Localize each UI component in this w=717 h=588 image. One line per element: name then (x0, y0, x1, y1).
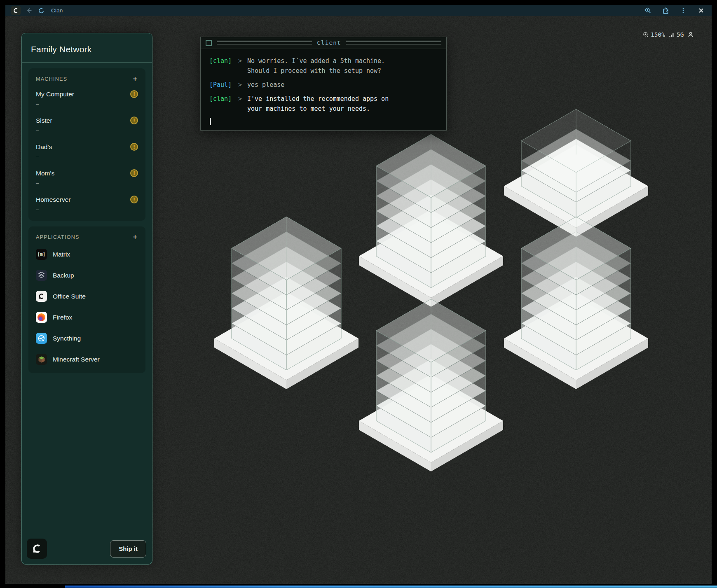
reload-icon (38, 7, 45, 14)
zoom-level-icon (643, 32, 649, 38)
machine-item[interactable]: Mom's ! – (35, 165, 139, 191)
back-arrow-icon (26, 7, 33, 14)
application-name: Backup (53, 272, 74, 279)
network-value: 5G (677, 31, 684, 38)
browser-toolbar: Clan (5, 5, 712, 16)
terminal-titlebar[interactable]: Client (201, 37, 446, 49)
application-item[interactable]: [m] Matrix (35, 244, 139, 265)
terminal-window-icon (206, 40, 212, 46)
machine-name: Mom's (36, 170, 54, 177)
client-terminal-window: Client [clan] > No worries. I`ve added a… (200, 37, 447, 131)
close-icon (698, 7, 704, 14)
sidebar-title: Family Network (31, 44, 143, 54)
message-sender: [clan] (209, 94, 233, 114)
machine-name: Sister (36, 117, 52, 124)
network-indicator: 5G (669, 31, 684, 38)
application-name: Firefox (53, 314, 72, 321)
application-item[interactable]: Firefox (35, 307, 139, 328)
message-arrow: > (233, 56, 247, 76)
zoom-indicator[interactable]: 150% (643, 31, 665, 38)
message-sender: [Paul] (209, 80, 233, 90)
clan-logo-button[interactable] (11, 6, 21, 15)
extensions-button[interactable] (661, 7, 670, 15)
application-icon (36, 312, 47, 323)
machine-name: Homeserver (36, 196, 70, 203)
machine-status: – (36, 154, 138, 160)
machine-item[interactable]: My Computer ! – (35, 86, 139, 112)
titlebar-lines-decoration (217, 40, 312, 46)
warning-badge: ! (130, 90, 138, 98)
machine-status: – (36, 180, 138, 186)
terminal-messages[interactable]: [clan] > No worries. I`ve added a 5th ma… (201, 49, 446, 125)
application-icon (36, 291, 47, 302)
terminal-title: Client (317, 40, 341, 46)
machine-status: – (36, 127, 138, 133)
add-application-button[interactable]: + (133, 234, 138, 240)
application-name: Office Suite (53, 293, 86, 300)
message-text: No worries. I`ve added a 5th machine. Sh… (247, 56, 385, 76)
warning-badge: ! (130, 117, 138, 124)
application-name: Syncthing (53, 335, 81, 342)
close-button[interactable] (697, 7, 705, 15)
machine-status: – (36, 101, 138, 107)
machine-name: Dad's (36, 143, 52, 151)
zoom-level-value: 150% (651, 31, 665, 38)
terminal-cursor (210, 118, 211, 125)
reload-button[interactable] (37, 7, 45, 15)
warning-badge: ! (130, 143, 138, 151)
menu-button[interactable] (679, 7, 687, 15)
signal-bars-icon (669, 32, 675, 37)
application-icon (36, 270, 47, 281)
ship-it-button[interactable]: Ship it (110, 540, 146, 558)
applications-panel: APPLICATIONS + [m] Matrix Backup Office … (28, 226, 145, 373)
application-name: Matrix (53, 251, 70, 258)
add-machine-button[interactable]: + (133, 76, 138, 82)
applications-header: APPLICATIONS (36, 234, 80, 240)
back-button[interactable] (25, 7, 33, 15)
clan-footer-logo (27, 539, 47, 559)
bottom-accent-line (65, 586, 717, 588)
zoom-button[interactable] (644, 7, 652, 15)
application-item[interactable]: Office Suite (35, 286, 139, 307)
message-sender: [clan] (209, 56, 233, 76)
application-item[interactable]: Backup (35, 265, 139, 286)
sidebar-divider (22, 62, 152, 63)
clan-logo-icon (13, 7, 19, 14)
machine-item[interactable]: Dad's ! – (35, 138, 139, 165)
clan-logo-icon (31, 543, 42, 554)
machine-item[interactable]: Homeserver ! – (35, 191, 139, 217)
application-icon (36, 333, 47, 344)
message-arrow: > (233, 80, 247, 90)
kebab-menu-icon (680, 7, 687, 14)
machines-panel: MACHINES + My Computer ! – Sister ! – (28, 68, 145, 221)
sidebar-footer: Ship it (22, 539, 152, 564)
tab-title: Clan (51, 7, 63, 14)
warning-badge: ! (130, 196, 138, 203)
family-network-sidebar: Family Network MACHINES + My Computer ! … (21, 33, 152, 565)
machine-status: – (36, 206, 138, 212)
application-item[interactable]: Syncthing (35, 328, 139, 349)
message-text: yes please (247, 80, 284, 90)
machines-header: MACHINES (36, 76, 67, 82)
user-icon (687, 31, 694, 38)
status-indicators: 150% 5G (643, 31, 694, 38)
machine-item[interactable]: Sister ! – (35, 112, 139, 138)
message-arrow: > (233, 94, 247, 114)
terminal-message: [Paul] > yes please (209, 80, 440, 90)
user-indicator[interactable] (687, 31, 694, 38)
terminal-message: [clan] > No worries. I`ve added a 5th ma… (209, 56, 440, 76)
terminal-message: [clan] > I've installed the recommended … (209, 94, 440, 114)
warning-badge: ! (130, 169, 138, 177)
machine-name: My Computer (36, 91, 74, 98)
puzzle-icon (662, 7, 670, 14)
titlebar-lines-decoration (346, 40, 441, 46)
application-item[interactable]: Minecraft Server (35, 349, 139, 370)
application-icon (36, 354, 47, 365)
zoom-magnifier-icon (644, 7, 651, 14)
application-name: Minecraft Server (53, 356, 100, 363)
application-icon: [m] (36, 249, 47, 260)
message-text: I've installed the recommended apps on y… (247, 94, 389, 114)
